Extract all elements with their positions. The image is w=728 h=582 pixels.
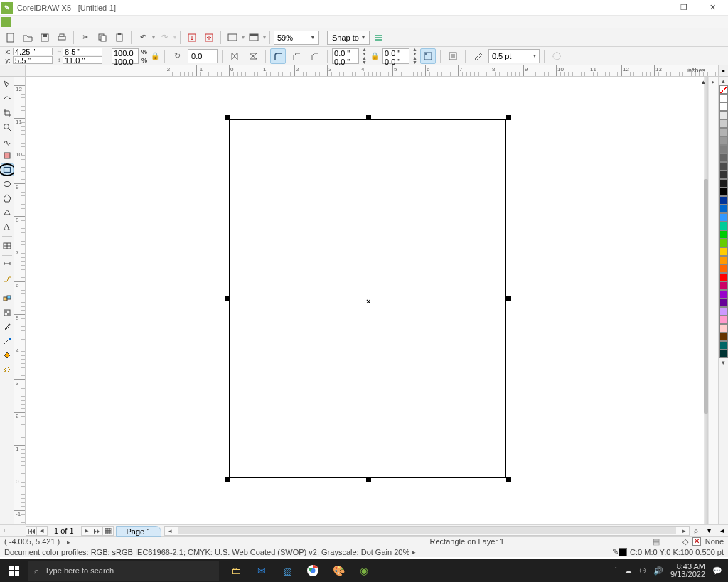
vscroll-thumb[interactable] xyxy=(704,179,708,414)
color-swatch[interactable] xyxy=(719,145,728,153)
color-swatch[interactable] xyxy=(719,171,728,179)
cut-button[interactable]: ✂ xyxy=(77,30,93,45)
corner-bl-input[interactable]: 0.0 " xyxy=(334,58,350,66)
corner-spinners-l[interactable]: ▲▼ ▲▼ xyxy=(362,48,367,65)
coreldraw-icon[interactable]: ◉ xyxy=(351,559,377,582)
shape-tool[interactable] xyxy=(1,92,14,105)
zoom-select[interactable]: 59% ▼ xyxy=(274,31,319,45)
onedrive-icon[interactable]: ☁ xyxy=(624,566,632,576)
navigator-button[interactable]: ⌕ xyxy=(691,527,701,534)
lock-ratio-button[interactable]: 🔒 xyxy=(150,48,160,64)
color-swatch[interactable] xyxy=(719,179,728,188)
add-page-button[interactable]: ▦ xyxy=(102,526,114,536)
connector-tool[interactable] xyxy=(1,273,14,286)
minimize-button[interactable]: — xyxy=(641,0,670,16)
smart-fill-tool[interactable] xyxy=(1,149,14,162)
palette-down-arrow[interactable]: ▾ xyxy=(704,527,714,534)
color-swatch[interactable] xyxy=(719,94,728,102)
color-swatch[interactable] xyxy=(719,256,728,264)
outline-tool[interactable] xyxy=(1,335,14,347)
crop-tool[interactable] xyxy=(1,107,14,119)
handle-tc[interactable] xyxy=(366,115,371,120)
text-wrap-button[interactable] xyxy=(445,48,461,64)
photos-icon[interactable]: ▧ xyxy=(274,559,300,582)
color-swatch[interactable] xyxy=(719,162,728,171)
corner-tr-input[interactable]: 0.0 " xyxy=(385,49,400,58)
fill-tool[interactable] xyxy=(1,349,14,362)
color-swatch[interactable] xyxy=(719,324,728,333)
outline-swatch[interactable] xyxy=(619,548,627,556)
file-explorer-icon[interactable]: 🗀 xyxy=(223,559,249,582)
rectangle-tool[interactable] xyxy=(1,163,14,176)
clock[interactable]: 8:43 AM 9/13/2022 xyxy=(670,563,705,578)
export-button[interactable] xyxy=(201,30,217,45)
handle-ml[interactable] xyxy=(225,296,230,301)
page-tab[interactable]: Page 1 xyxy=(116,526,162,537)
hscroll-left-button[interactable]: ◂ xyxy=(165,527,175,534)
color-swatch[interactable] xyxy=(719,136,728,145)
color-swatch[interactable] xyxy=(719,102,728,111)
save-button[interactable] xyxy=(37,30,53,45)
paint-icon[interactable]: 🎨 xyxy=(326,559,351,582)
undo-dropdown-icon[interactable]: ▾ xyxy=(152,34,155,41)
color-swatch[interactable] xyxy=(719,316,728,324)
color-swatch[interactable] xyxy=(719,222,728,230)
handle-tl[interactable] xyxy=(225,115,230,120)
color-swatch[interactable] xyxy=(719,213,728,222)
open-button[interactable] xyxy=(20,30,36,45)
welcome-dropdown-icon[interactable]: ▾ xyxy=(263,34,266,41)
color-swatch[interactable] xyxy=(719,307,728,316)
transparency-tool[interactable] xyxy=(1,306,14,319)
vscroll-up-button[interactable]: ▴ xyxy=(698,77,708,87)
handle-mr[interactable] xyxy=(506,296,511,301)
hscroll-track[interactable]: ◂ ▸ xyxy=(164,526,690,536)
status-flyout-icon[interactable]: ▸ xyxy=(67,539,70,546)
zoom-tool[interactable] xyxy=(1,121,14,134)
vertical-ruler[interactable]: 1211109876543210-1 xyxy=(14,77,26,524)
next-page-button[interactable]: ▸ xyxy=(81,526,92,536)
relative-corner-button[interactable] xyxy=(420,48,436,64)
corner-br-input[interactable]: 0.0 " xyxy=(385,58,400,66)
x-input[interactable]: 4.25 " xyxy=(13,48,53,55)
hscroll-right-button[interactable]: ▸ xyxy=(679,527,689,534)
mirror-h-button[interactable] xyxy=(227,48,242,64)
start-button[interactable] xyxy=(0,559,28,582)
ruler-right-arrow[interactable]: ▸ xyxy=(718,65,728,76)
color-swatch[interactable] xyxy=(719,111,728,119)
app-launcher-button[interactable] xyxy=(225,30,240,45)
snap-to-dropdown[interactable]: Snap to ▾ xyxy=(327,31,370,45)
color-swatch[interactable] xyxy=(719,188,728,196)
corner-tl-input[interactable]: 0.0 " xyxy=(334,49,350,58)
to-front-button[interactable] xyxy=(549,48,564,64)
last-page-button[interactable]: ⏭ xyxy=(92,526,103,536)
color-swatch[interactable] xyxy=(719,230,728,239)
color-swatch[interactable] xyxy=(719,153,728,162)
app-launcher-dropdown-icon[interactable]: ▾ xyxy=(242,34,245,41)
handle-bc[interactable] xyxy=(366,477,371,482)
first-page-button[interactable]: ⏮ xyxy=(26,526,37,536)
color-swatch[interactable] xyxy=(719,196,728,205)
print-button[interactable] xyxy=(54,30,70,45)
handle-br[interactable] xyxy=(506,477,511,482)
welcome-button[interactable] xyxy=(246,30,262,45)
outline-width-select[interactable]: 0.5 pt ▾ xyxy=(488,49,540,63)
lock-corners-button[interactable]: 🔒 xyxy=(370,48,380,64)
chrome-icon[interactable] xyxy=(300,559,326,582)
polygon-tool[interactable] xyxy=(1,192,14,205)
rotation-input[interactable]: 0.0 xyxy=(188,49,218,63)
handle-tr[interactable] xyxy=(506,115,511,120)
color-swatch[interactable] xyxy=(719,341,728,350)
basic-shapes-tool[interactable] xyxy=(1,206,14,219)
round-corner-button[interactable] xyxy=(270,48,286,64)
scale-y-input[interactable]: 100.0 xyxy=(114,58,134,66)
horizontal-ruler[interactable]: inches -2-101234567891011121314 xyxy=(26,65,718,76)
copy-button[interactable] xyxy=(95,30,110,45)
redo-button[interactable]: ↷ xyxy=(156,30,172,45)
prev-page-button[interactable]: ◂ xyxy=(36,526,48,536)
chamfer-corner-button[interactable] xyxy=(307,48,323,64)
color-swatch[interactable] xyxy=(719,119,728,128)
y-input[interactable]: 5.5 " xyxy=(13,56,53,64)
scallop-corner-button[interactable] xyxy=(289,48,304,64)
options-button[interactable] xyxy=(371,30,387,45)
maximize-button[interactable]: ❐ xyxy=(670,0,698,16)
